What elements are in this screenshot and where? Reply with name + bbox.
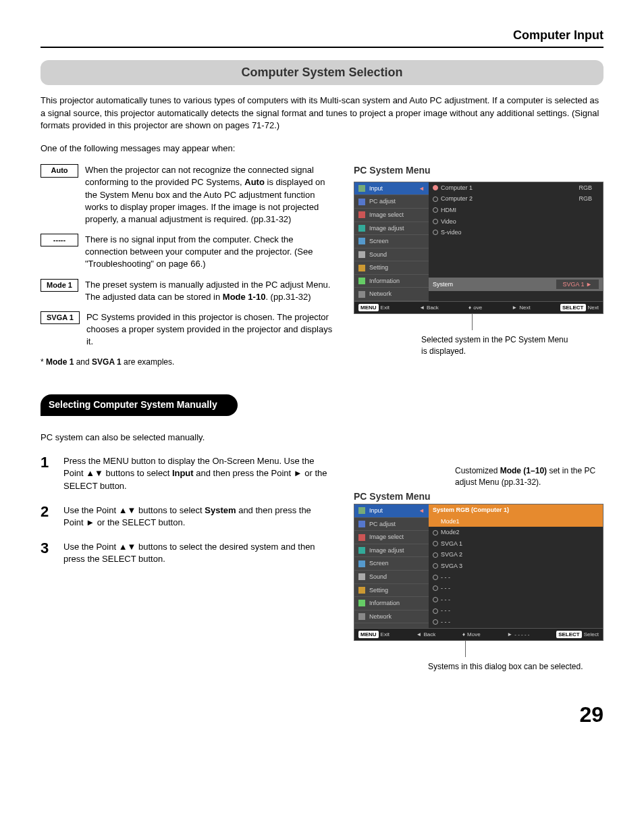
message-label: Mode 1 xyxy=(41,279,78,292)
step-text: Use the Point ▲▼ buttons to select Syste… xyxy=(63,502,333,529)
osd-sub-item: Video xyxy=(429,216,603,228)
menu-icon xyxy=(358,534,365,541)
menu-icon xyxy=(358,251,365,258)
osd-sub-item: Mode1 xyxy=(429,516,603,527)
page-number: 29 xyxy=(41,700,603,730)
radio-icon xyxy=(433,541,438,546)
page-header: Computer Input xyxy=(41,27,603,48)
menu-icon xyxy=(358,613,365,620)
radio-icon xyxy=(433,552,438,558)
osd-sidebar-item: Input◄ xyxy=(354,182,429,196)
radio-icon xyxy=(433,608,438,614)
osd-screenshot-1: Input◄PC adjustImage selectImage adjustS… xyxy=(354,182,603,315)
step-number: 3 xyxy=(41,538,54,565)
menu-icon xyxy=(358,573,365,580)
osd-sidebar-item: Screen xyxy=(354,557,429,571)
osd-sidebar-item: Sound xyxy=(354,249,429,262)
osd-sidebar-item: Setting xyxy=(354,261,429,275)
osd-sidebar-item: Network xyxy=(354,288,429,301)
menu-icon xyxy=(358,211,365,218)
radio-icon xyxy=(433,530,438,536)
radio-icon xyxy=(433,563,438,569)
radio-icon xyxy=(433,230,438,235)
message-label: SVGA 1 xyxy=(41,311,80,324)
menu-icon xyxy=(358,521,365,527)
left-arrow-icon: ◄ xyxy=(419,184,425,193)
pointer-line xyxy=(472,314,603,330)
osd-sidebar-item: Network xyxy=(354,610,429,624)
step-row: 1Press the MENU button to display the On… xyxy=(41,452,333,492)
radio-icon xyxy=(433,197,438,202)
osd-sub-item: HDMI xyxy=(429,205,603,216)
radio-icon xyxy=(433,575,438,580)
step-row: 2Use the Point ▲▼ buttons to select Syst… xyxy=(41,502,333,529)
menu-icon xyxy=(358,600,365,606)
pc-system-menu-title-2: PC System Menu xyxy=(354,490,431,504)
pc-system-menu-title-1: PC System Menu xyxy=(354,164,603,178)
osd-sidebar-item: Sound xyxy=(354,571,429,584)
menu-icon xyxy=(358,547,365,554)
osd-sub-item: SVGA 3 xyxy=(429,561,603,572)
manual-intro: PC system can also be selected manually. xyxy=(41,432,333,444)
osd-sidebar-item: Information xyxy=(354,597,429,610)
osd-footer-2: MENU Exit ◄ Back ♦ Move ► - - - - - SELE… xyxy=(354,628,603,640)
step-text: Use the Point ▲▼ buttons to select the d… xyxy=(63,538,333,565)
step-text: Press the MENU button to display the On-… xyxy=(63,452,333,492)
radio-icon xyxy=(433,185,438,190)
message-text: When the projector can not recognize the… xyxy=(85,164,333,226)
manual-heading: Selecting Computer System Manually xyxy=(41,394,238,416)
menu-icon xyxy=(358,185,365,192)
step-row: 3Use the Point ▲▼ buttons to select the … xyxy=(41,538,333,565)
radio-icon xyxy=(433,585,438,591)
message-label: Auto xyxy=(41,164,78,177)
osd-sidebar-item: Image select xyxy=(354,209,429,222)
osd-sub-item: - - - xyxy=(429,617,603,628)
osd-sidebar-item: Screen xyxy=(354,235,429,249)
osd-sub-item: - - - xyxy=(429,605,603,617)
message-row: SVGA 1PC Systems provided in this projec… xyxy=(41,311,333,348)
step-number: 1 xyxy=(41,452,54,492)
menu-icon xyxy=(358,291,365,298)
intro-paragraph: This projector automatically tunes to va… xyxy=(41,95,603,132)
osd-sidebar-item: Image adjust xyxy=(354,544,429,558)
menu2-top-annotation: Customized Mode (1–10) set in the PC adj… xyxy=(455,465,603,488)
left-arrow-icon: ◄ xyxy=(419,506,425,515)
radio-icon xyxy=(433,207,438,213)
menu1-caption: Selected system in the PC System Menu is… xyxy=(421,334,570,357)
message-label: ----- xyxy=(41,234,78,246)
system-row: System SVGA 1 ► xyxy=(429,278,603,292)
osd-footer-1: MENU Exit ◄ Back ♦ ove ► Next SELECT Nex… xyxy=(354,301,603,313)
menu-icon xyxy=(358,265,365,271)
osd-sidebar-item: Setting xyxy=(354,584,429,598)
osd-sub-item: SVGA 2 xyxy=(429,549,603,561)
osd-sub-item: - - - xyxy=(429,594,603,606)
radio-icon xyxy=(433,597,438,602)
sub-intro: One of the following messages may appear… xyxy=(41,142,603,155)
osd-sidebar-item: PC adjust xyxy=(354,518,429,531)
radio-icon xyxy=(433,519,438,524)
menu-icon xyxy=(358,587,365,594)
radio-icon xyxy=(433,619,438,625)
menu-icon xyxy=(358,507,365,514)
menu2-caption: Systems in this dialog box can be select… xyxy=(428,661,603,673)
osd-sidebar-item: Image adjust xyxy=(354,222,429,236)
message-text: PC Systems provided in this projector is… xyxy=(86,311,333,348)
menu-icon xyxy=(358,238,365,244)
osd-sub-item: - - - xyxy=(429,583,603,594)
osd-sidebar-item: Input◄ xyxy=(354,504,429,518)
osd-sidebar-item: Image select xyxy=(354,531,429,544)
osd-sidebar-item: PC adjust xyxy=(354,195,429,209)
message-row: -----There is no signal input from the c… xyxy=(41,234,333,271)
menu-icon xyxy=(358,561,365,567)
message-text: There is no signal input from the comput… xyxy=(85,234,333,271)
menu-icon xyxy=(358,225,365,232)
osd-head: System RGB (Computer 1) xyxy=(429,504,603,516)
osd-sidebar-item: Information xyxy=(354,275,429,288)
osd-sub-item: S-video xyxy=(429,227,603,238)
osd-sub-item: Mode2 xyxy=(429,527,603,538)
osd-sub-item: Computer 2RGB xyxy=(429,193,603,205)
section-title: Computer System Selection xyxy=(41,60,603,85)
osd-sub-item: Computer 1RGB xyxy=(429,182,603,194)
pointer-line-2 xyxy=(465,641,603,657)
menu-icon xyxy=(358,199,365,205)
